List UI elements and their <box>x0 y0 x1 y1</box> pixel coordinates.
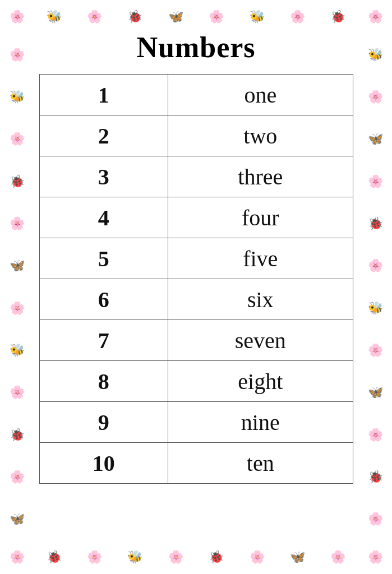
table-row: 9nine <box>39 402 353 443</box>
page: 🌸 🌸 🌸 🌸 🐝 🌸 🐞 🦋 🌸 🐝 🌸 🐞 🐞 🌸 🐝 🌸 <box>0 0 392 574</box>
top-icon-4: 🦋 <box>168 11 183 23</box>
word-cell-5: five <box>168 238 353 279</box>
table-row: 5five <box>39 238 353 279</box>
word-cell-10: ten <box>168 443 353 484</box>
top-icon-5: 🌸 <box>209 11 224 23</box>
word-cell-1: one <box>168 75 353 115</box>
number-cell-8: 8 <box>39 361 168 402</box>
word-cell-2: two <box>168 115 353 156</box>
top-icon-6: 🐝 <box>250 11 265 23</box>
number-cell-9: 9 <box>39 402 168 443</box>
main-content: Numbers 1one2two3three4four5five6six7sev… <box>0 31 392 574</box>
top-icon-8: 🐞 <box>330 11 345 23</box>
number-cell-4: 4 <box>39 197 168 238</box>
table-row: 10ten <box>39 443 353 484</box>
number-cell-10: 10 <box>39 443 168 484</box>
corner-tr-icon: 🌸 <box>368 11 383 23</box>
number-cell-5: 5 <box>39 238 168 279</box>
table-row: 1one <box>39 75 353 115</box>
table-row: 2two <box>39 115 353 156</box>
table-row: 3three <box>39 156 353 197</box>
numbers-table: 1one2two3three4four5five6six7seven8eight… <box>39 74 353 484</box>
top-icon-3: 🐞 <box>127 11 142 23</box>
number-cell-6: 6 <box>39 279 168 320</box>
number-cell-2: 2 <box>39 115 168 156</box>
top-icon-7: 🌸 <box>290 11 305 23</box>
word-cell-9: nine <box>168 402 353 443</box>
word-cell-8: eight <box>168 361 353 402</box>
word-cell-3: three <box>168 156 353 197</box>
word-cell-6: six <box>168 279 353 320</box>
table-row: 7seven <box>39 320 353 361</box>
word-cell-4: four <box>168 197 353 238</box>
corner-top-right: 🌸 <box>358 0 392 34</box>
page-title: Numbers <box>136 31 255 64</box>
top-icon-2: 🌸 <box>87 11 102 23</box>
corner-top-left: 🌸 <box>0 0 34 34</box>
number-cell-1: 1 <box>39 75 168 115</box>
word-cell-7: seven <box>168 320 353 361</box>
border-top: 🐝 🌸 🐞 🦋 🌸 🐝 🌸 🐞 <box>34 0 358 34</box>
table-row: 4four <box>39 197 353 238</box>
table-row: 8eight <box>39 361 353 402</box>
table-row: 6six <box>39 279 353 320</box>
top-icon-1: 🐝 <box>47 11 62 23</box>
corner-tl-icon: 🌸 <box>10 11 25 23</box>
number-cell-3: 3 <box>39 156 168 197</box>
number-cell-7: 7 <box>39 320 168 361</box>
